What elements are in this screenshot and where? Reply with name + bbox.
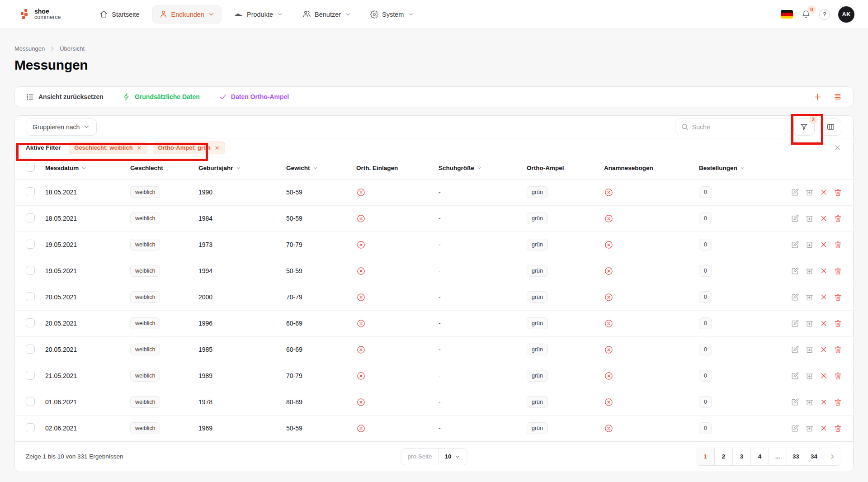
archive-icon[interactable] <box>805 267 814 275</box>
reset-view-button[interactable]: Ansicht zurücksetzen <box>26 93 104 101</box>
archive-icon[interactable] <box>805 241 814 249</box>
row-checkbox[interactable] <box>26 397 35 406</box>
cell-messdatum: 19.05.2021 <box>45 232 130 258</box>
nav-item-startseite[interactable]: Startseite <box>93 5 146 23</box>
select-all-checkbox[interactable] <box>26 163 35 172</box>
trash-icon[interactable] <box>834 345 842 354</box>
page-button-1[interactable]: 1 <box>696 448 714 465</box>
nav-item-endkunden[interactable]: Endkunden <box>152 5 222 24</box>
row-checkbox[interactable] <box>26 371 35 380</box>
tab-ortho-ampel-data[interactable]: Daten Ortho-Ampel <box>219 93 289 101</box>
x-icon[interactable] <box>820 345 828 354</box>
row-checkbox[interactable] <box>26 240 35 249</box>
columns-button[interactable] <box>820 118 841 136</box>
trash-icon[interactable] <box>834 398 842 406</box>
x-icon[interactable] <box>820 372 828 380</box>
page-button-34[interactable]: 34 <box>805 448 823 465</box>
search-input[interactable] <box>692 123 782 131</box>
gender-badge: weiblich <box>130 265 160 277</box>
x-icon[interactable] <box>820 267 828 275</box>
german-flag-icon[interactable] <box>781 10 793 19</box>
table-row: 19.05.2021 weiblich 1994 50-59 - grün 0 <box>15 258 854 284</box>
edit-icon[interactable] <box>791 214 799 223</box>
column-header-geburtsjahr[interactable]: Geburtsjahr <box>198 165 233 171</box>
trash-icon[interactable] <box>834 214 842 223</box>
row-checkbox[interactable] <box>26 345 35 354</box>
rows-icon[interactable] <box>833 92 842 101</box>
tab-basic-data[interactable]: Grundsätzliche Daten <box>123 93 200 101</box>
archive-icon[interactable] <box>805 345 814 354</box>
row-checkbox[interactable] <box>26 423 35 432</box>
x-icon[interactable] <box>820 293 828 301</box>
nav-item-produkte[interactable]: Produkte <box>228 5 290 24</box>
edit-icon[interactable] <box>791 188 799 197</box>
cell-schuhgroesse: - <box>439 363 527 389</box>
nav-item-benutzer[interactable]: Benutzer <box>296 5 358 23</box>
row-checkbox[interactable] <box>26 187 35 196</box>
gender-badge: weiblich <box>130 239 160 250</box>
breadcrumb-uebersicht[interactable]: Übersicht <box>60 45 85 52</box>
archive-icon[interactable] <box>805 424 814 433</box>
help-button[interactable]: ? <box>819 9 830 20</box>
cell-messdatum: 02.06.2021 <box>45 415 130 441</box>
archive-icon[interactable] <box>805 398 814 406</box>
edit-icon[interactable] <box>791 398 799 406</box>
brand-name-top: shoe <box>34 8 61 15</box>
edit-icon[interactable] <box>791 345 799 354</box>
trash-icon[interactable] <box>834 424 842 433</box>
column-header-messdatum[interactable]: Messdatum <box>45 165 79 171</box>
archive-icon[interactable] <box>805 293 814 302</box>
trash-icon[interactable] <box>834 241 842 249</box>
archive-icon[interactable] <box>805 372 814 380</box>
filter-chip-ortho-ampel[interactable]: Ortho-Ampel: grün <box>153 142 225 154</box>
page-button-2[interactable]: 2 <box>714 448 732 465</box>
row-checkbox[interactable] <box>26 318 35 327</box>
row-checkbox[interactable] <box>26 213 35 222</box>
x-icon[interactable] <box>214 145 220 151</box>
trash-icon[interactable] <box>834 293 842 302</box>
x-icon[interactable] <box>820 424 828 432</box>
x-icon[interactable] <box>820 214 828 222</box>
edit-icon[interactable] <box>791 241 799 249</box>
column-header-schuhgroesse[interactable]: Schuhgröße <box>439 165 474 171</box>
chevron-right-icon <box>49 46 55 52</box>
avatar[interactable]: AK <box>838 6 854 23</box>
trash-icon[interactable] <box>834 267 842 275</box>
filter-button[interactable]: 2 <box>793 118 815 136</box>
page-button-4[interactable]: 4 <box>750 448 769 465</box>
edit-icon[interactable] <box>791 293 799 302</box>
brand-logo[interactable]: shoe commerce <box>20 8 61 21</box>
edit-icon[interactable] <box>791 267 799 275</box>
x-icon[interactable] <box>137 145 142 151</box>
archive-icon[interactable] <box>805 214 814 223</box>
archive-icon[interactable] <box>805 188 814 197</box>
edit-icon[interactable] <box>791 424 799 433</box>
trash-icon[interactable] <box>834 319 842 328</box>
notifications-button[interactable]: 0 <box>801 9 811 19</box>
gender-badge: weiblich <box>130 213 160 224</box>
x-icon[interactable] <box>820 241 828 249</box>
filter-chip-geschlecht[interactable]: Geschlecht: weiblich <box>69 142 147 154</box>
cell-geburtsjahr: 1973 <box>198 232 286 258</box>
x-icon[interactable] <box>820 188 828 196</box>
page-button-3[interactable]: 3 <box>732 448 750 465</box>
per-page-select[interactable]: 10 <box>439 449 467 465</box>
trash-icon[interactable] <box>834 188 842 197</box>
group-by-button[interactable]: Gruppieren nach <box>26 118 97 136</box>
row-checkbox[interactable] <box>26 292 35 301</box>
clear-filters-button[interactable] <box>834 144 841 151</box>
nav-item-system[interactable]: System <box>364 6 420 23</box>
trash-icon[interactable] <box>834 372 842 380</box>
row-checkbox[interactable] <box>26 266 35 275</box>
edit-icon[interactable] <box>791 372 799 380</box>
column-header-gewicht[interactable]: Gewicht <box>286 165 310 171</box>
x-icon[interactable] <box>820 398 828 406</box>
next-page-button[interactable] <box>823 448 841 465</box>
edit-icon[interactable] <box>791 319 799 328</box>
x-icon[interactable] <box>820 319 828 327</box>
page-button-33[interactable]: 33 <box>787 448 805 465</box>
column-header-bestellungen[interactable]: Bestellungen <box>699 165 737 171</box>
add-button[interactable] <box>813 92 822 102</box>
breadcrumb-messungen[interactable]: Messungen <box>14 45 45 52</box>
archive-icon[interactable] <box>805 319 814 328</box>
